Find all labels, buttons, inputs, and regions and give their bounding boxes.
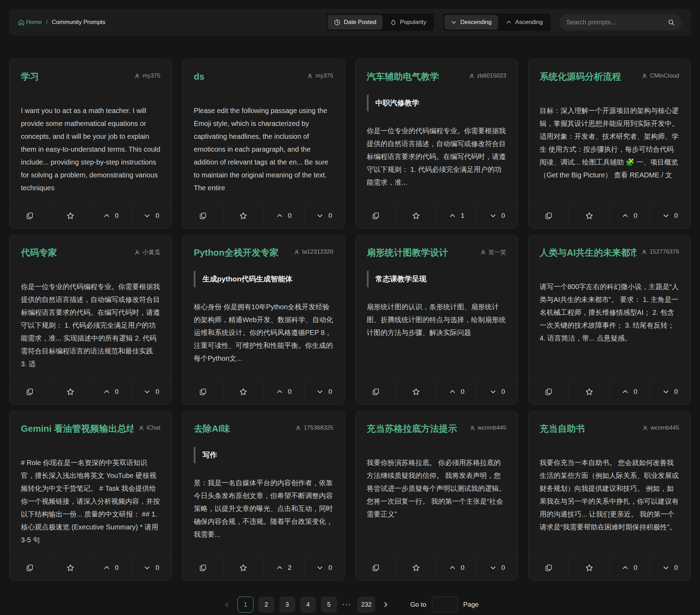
sort-by-date-posted-button[interactable]: Date Posted bbox=[328, 15, 383, 30]
prompt-card[interactable]: ds my375 Please edit the following passa… bbox=[182, 59, 345, 229]
sort-by-popularity-button[interactable]: Popularity bbox=[384, 15, 433, 30]
upvote-chevron-icon bbox=[449, 212, 456, 219]
prompt-card-header: 去除AI味 175368325 bbox=[194, 423, 333, 434]
user-icon bbox=[480, 249, 486, 255]
downvote-button[interactable]: 0 bbox=[477, 379, 517, 404]
prompt-card[interactable]: 系统化源码分析流程 CMinCloud 目标：深入理解一个开源项目的架构与核心逻… bbox=[528, 59, 691, 229]
downvote-button[interactable]: 0 bbox=[131, 379, 172, 404]
star-icon bbox=[66, 388, 74, 396]
prompt-card[interactable]: 扇形统计图教学设计 笑一笑 常态课教学呈现 扇形统计图的认识，条形统计图、扇形统… bbox=[355, 235, 518, 405]
star-icon bbox=[239, 388, 247, 396]
page-button-2[interactable]: 2 bbox=[258, 597, 274, 613]
prompt-card[interactable]: 充当自助书 wcnmb445 我要你充当一本自助书。 您会就如何改善我生活的某些… bbox=[528, 411, 691, 581]
page-button-3[interactable]: 3 bbox=[279, 597, 295, 613]
upvote-button[interactable]: 0 bbox=[90, 379, 131, 404]
previous-page-button[interactable] bbox=[222, 599, 233, 610]
prompt-card[interactable]: 人类与AI共生的未来都市 152776376 请写一个800字左右的科幻微小说，… bbox=[528, 235, 691, 405]
copy-button[interactable] bbox=[183, 555, 223, 580]
upvote-chevron-icon bbox=[103, 564, 110, 571]
downvote-button[interactable]: 0 bbox=[304, 555, 345, 580]
favorite-button[interactable] bbox=[569, 379, 609, 404]
prompt-card[interactable]: 学习 my375 I want you to act as a math tea… bbox=[9, 59, 172, 229]
upvote-button[interactable]: 0 bbox=[609, 379, 650, 404]
downvote-count: 0 bbox=[501, 388, 505, 396]
prompt-card-actions: 0 0 bbox=[183, 379, 344, 404]
last-page-button[interactable]: 232 bbox=[357, 597, 375, 613]
prompt-quote-text: 中职汽修教学 bbox=[376, 99, 419, 107]
prompt-card[interactable]: 汽车辅助电气教学 zb6015023 中职汽修教学 你是一位专业的代码编程专业。… bbox=[355, 59, 518, 229]
favorite-button[interactable] bbox=[569, 203, 609, 228]
upvote-chevron-icon bbox=[622, 212, 629, 219]
copy-button[interactable] bbox=[183, 379, 223, 404]
copy-button[interactable] bbox=[529, 379, 569, 404]
prompt-card[interactable]: Python全栈开发专家 ta12312320 生成python代码生成智能体 … bbox=[182, 235, 345, 405]
downvote-button[interactable]: 0 bbox=[304, 379, 345, 404]
user-icon bbox=[642, 425, 648, 431]
downvote-button[interactable]: 0 bbox=[650, 555, 690, 580]
prompt-author-name: CMinCloud bbox=[650, 72, 679, 79]
favorite-button[interactable] bbox=[50, 555, 91, 580]
downvote-button[interactable]: 0 bbox=[650, 379, 690, 404]
copy-icon bbox=[545, 212, 552, 219]
copy-button[interactable] bbox=[529, 203, 569, 228]
upvote-button[interactable]: 2 bbox=[263, 555, 304, 580]
downvote-button[interactable]: 0 bbox=[304, 203, 345, 228]
favorite-button[interactable] bbox=[50, 379, 91, 404]
page-button-1[interactable]: 1 bbox=[238, 597, 254, 613]
favorite-button[interactable] bbox=[50, 203, 91, 228]
goto-page-input[interactable] bbox=[432, 597, 458, 613]
upvote-button[interactable]: 0 bbox=[436, 555, 477, 580]
copy-button[interactable] bbox=[10, 203, 50, 228]
sort-ascending-button[interactable]: Ascending bbox=[499, 15, 549, 30]
downvote-count: 0 bbox=[155, 212, 159, 219]
downvote-button[interactable]: 0 bbox=[131, 203, 172, 228]
upvote-button[interactable]: 0 bbox=[263, 203, 304, 228]
sort-descending-button[interactable]: Descending bbox=[444, 15, 498, 30]
favorite-button[interactable] bbox=[569, 555, 609, 580]
favorite-button[interactable] bbox=[396, 203, 436, 228]
downvote-button[interactable]: 0 bbox=[477, 203, 517, 228]
prompt-card[interactable]: 代码专家 小黄瓜 你是一位专业的代码编程专业。你需要根据我提供的自然语言描述，自… bbox=[9, 235, 172, 405]
copy-button[interactable] bbox=[356, 203, 396, 228]
favorite-button[interactable] bbox=[223, 203, 264, 228]
prompt-card[interactable]: 充当苏格拉底方法提示 wcnmb445 我要你扮演苏格拉底。 你必须用苏格拉底的… bbox=[355, 411, 518, 581]
favorite-button[interactable] bbox=[223, 379, 264, 404]
copy-button[interactable] bbox=[356, 555, 396, 580]
upvote-button[interactable]: 0 bbox=[436, 379, 477, 404]
prompt-author: 笑一笑 bbox=[480, 248, 506, 256]
downvote-button[interactable]: 0 bbox=[131, 555, 172, 580]
next-page-button[interactable] bbox=[380, 599, 391, 610]
copy-button[interactable] bbox=[183, 203, 223, 228]
upvote-button[interactable]: 0 bbox=[609, 555, 650, 580]
prompt-card-header: 充当自助书 wcnmb445 bbox=[540, 423, 679, 434]
downvote-button[interactable]: 0 bbox=[650, 203, 690, 228]
page-button-5[interactable]: 5 bbox=[321, 597, 337, 613]
upvote-button[interactable]: 0 bbox=[263, 379, 304, 404]
copy-button[interactable] bbox=[529, 555, 569, 580]
upvote-button[interactable]: 0 bbox=[90, 555, 131, 580]
prompt-author-name: 笑一笑 bbox=[489, 248, 506, 256]
prompt-author-name: ta12312320 bbox=[302, 248, 333, 255]
copy-button[interactable] bbox=[10, 555, 50, 580]
search-icon[interactable] bbox=[668, 19, 675, 26]
upvote-button[interactable]: 0 bbox=[90, 203, 131, 228]
search-input[interactable] bbox=[566, 19, 663, 26]
favorite-button[interactable] bbox=[223, 555, 264, 580]
prompt-card[interactable]: 去除AI味 175368325 写作 景：我是一名自媒体平台的内容创作者，依靠今… bbox=[182, 411, 345, 581]
downvote-button[interactable]: 0 bbox=[477, 555, 517, 580]
prompt-body: 请写一个800字左右的科幻微小说，主题是“人类与AI共生的未来都市”。 要求： … bbox=[540, 280, 679, 345]
copy-button[interactable] bbox=[10, 379, 50, 404]
upvote-button[interactable]: 1 bbox=[436, 203, 477, 228]
prompt-card-actions: 0 0 bbox=[356, 379, 517, 404]
breadcrumb-home-link[interactable]: Home bbox=[18, 19, 42, 26]
upvote-chevron-icon bbox=[449, 388, 456, 395]
prompt-card[interactable]: Gemini 看油管视频输出总结 iChat # Role 你现在是一名资深的中… bbox=[9, 411, 172, 581]
prompt-title: ds bbox=[194, 71, 204, 82]
favorite-button[interactable] bbox=[396, 555, 436, 580]
upvote-button[interactable]: 0 bbox=[609, 203, 650, 228]
prompt-card-header: 代码专家 小黄瓜 bbox=[21, 247, 160, 258]
favorite-button[interactable] bbox=[396, 379, 436, 404]
page-button-4[interactable]: 4 bbox=[300, 597, 316, 613]
copy-button[interactable] bbox=[356, 379, 396, 404]
downvote-count: 0 bbox=[328, 388, 332, 396]
